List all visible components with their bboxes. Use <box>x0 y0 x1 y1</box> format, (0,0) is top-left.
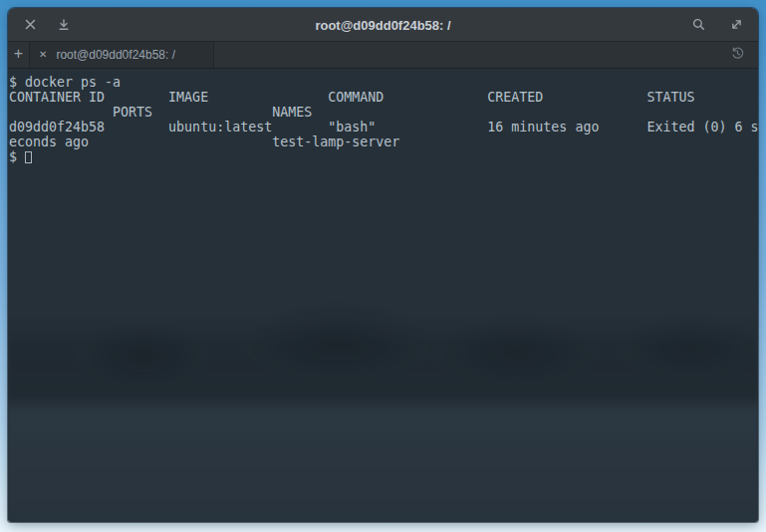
prompt-text: $ <box>9 149 25 164</box>
tab-active[interactable]: ✕ root@d09dd0f24b58: / <box>30 42 214 68</box>
tab-close-icon[interactable]: ✕ <box>39 50 47 60</box>
desktop-background: root@d09dd0f24b58: / + ✕ root@d09dd0f2 <box>0 0 766 532</box>
terminal-prompt-line: $ <box>9 149 758 164</box>
arrow-down-to-bar-icon <box>58 19 70 31</box>
history-button[interactable] <box>730 46 745 64</box>
terminal-output: $ docker ps -a CONTAINER ID IMAGE COMMAN… <box>9 75 758 164</box>
terminal-line-command: $ docker ps -a <box>9 75 758 90</box>
close-window-button[interactable] <box>22 17 38 33</box>
terminal-cursor <box>25 151 32 163</box>
new-tab-button[interactable]: + <box>8 42 30 68</box>
search-button[interactable] <box>690 17 706 33</box>
detach-terminal-button[interactable] <box>56 17 72 33</box>
tab-label: root@d09dd0f24b58: / <box>56 48 175 62</box>
search-icon <box>692 18 705 31</box>
expand-arrows-icon <box>730 18 743 31</box>
terminal-window: root@d09dd0f24b58: / + ✕ root@d09dd0f2 <box>8 8 758 522</box>
terminal-screen[interactable]: $ docker ps -a CONTAINER ID IMAGE COMMAN… <box>8 69 758 522</box>
tab-bar: + ✕ root@d09dd0f24b58: / <box>8 42 758 69</box>
window-title: root@d09dd0f24b58: / <box>315 17 450 32</box>
terminal-line-row-2: econds ago test-lamp-server <box>9 134 758 149</box>
terminal-line-header-2: PORTS NAMES <box>9 105 758 120</box>
terminal-line-row-1: d09dd0f24b58 ubuntu:latest "bash" 16 min… <box>9 120 758 134</box>
titlebar-left-controls <box>22 17 72 33</box>
history-clock-icon <box>730 49 745 64</box>
terminal-line-header-1: CONTAINER ID IMAGE COMMAND CREATED STATU… <box>9 90 758 105</box>
titlebar-right-controls <box>690 17 744 33</box>
close-icon <box>25 19 36 30</box>
titlebar[interactable]: root@d09dd0f24b58: / <box>8 8 758 42</box>
fullscreen-button[interactable] <box>728 17 744 33</box>
